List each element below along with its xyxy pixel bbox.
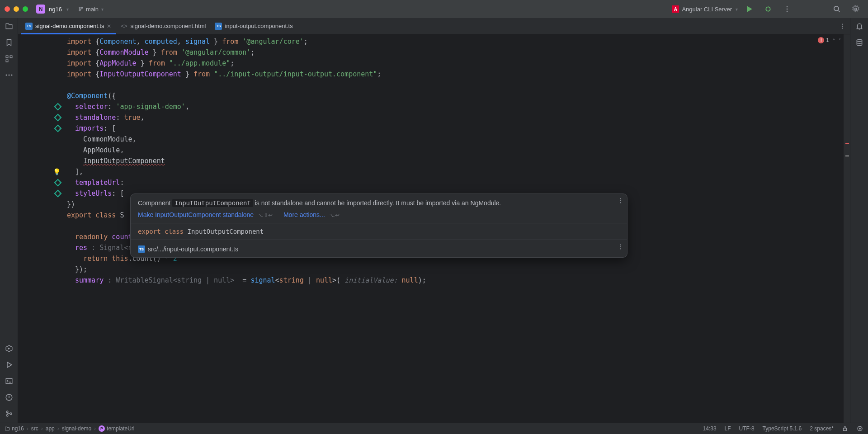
html-file-icon: <>	[120, 23, 127, 30]
database-tool-icon[interactable]	[855, 38, 864, 47]
project-tool-icon[interactable]	[5, 22, 14, 31]
right-tool-rail	[850, 18, 868, 423]
structure-tool-icon[interactable]	[5, 54, 14, 63]
breadcrumb-item[interactable]: P templateUrl	[99, 425, 134, 432]
more-tool-icon[interactable]	[5, 71, 14, 80]
declaration-preview: export class InputOutputComponent	[138, 228, 620, 235]
breadcrumb-item[interactable]: signal-demo	[62, 425, 91, 432]
debug-button[interactable]	[763, 4, 773, 14]
property-icon: P	[99, 425, 105, 432]
run-tool-icon[interactable]	[5, 360, 14, 369]
svg-point-9	[5, 75, 7, 76]
indent-setting[interactable]: 2 spaces*	[810, 425, 834, 432]
window-minimize-icon[interactable]	[14, 6, 19, 12]
more-actions-link[interactable]: More actions...	[283, 211, 325, 218]
inspection-eye-icon[interactable]	[856, 426, 863, 431]
svg-point-22	[620, 200, 621, 201]
svg-point-27	[857, 39, 862, 42]
popup-file-section[interactable]: TS src/.../input-output.component.ts	[131, 240, 627, 257]
popup-code-token: InputOutputComponent	[172, 199, 253, 207]
intention-popup: Component InputOutputComponent is not st…	[130, 193, 627, 258]
vcs-tool-icon[interactable]	[5, 409, 14, 418]
chevron-down-icon: ▾	[736, 7, 738, 12]
tab-signal-demo-html[interactable]: <> signal-demo.component.html	[116, 18, 210, 34]
breadcrumb-sep: ›	[94, 425, 96, 432]
breadcrumb-item[interactable]: src	[31, 425, 38, 432]
project-badge[interactable]: N	[36, 5, 45, 14]
bookmarks-tool-icon[interactable]	[5, 38, 14, 47]
more-actions-button[interactable]	[782, 4, 792, 14]
breadcrumb-sep: ›	[41, 425, 43, 432]
svg-point-1	[787, 6, 788, 8]
window-close-icon[interactable]	[5, 6, 10, 12]
editor-tabs: TS signal-demo.component.ts ✕ <> signal-…	[18, 18, 850, 34]
terminal-tool-icon[interactable]	[5, 377, 14, 386]
left-tool-rail	[0, 18, 18, 423]
svg-point-3	[787, 11, 788, 12]
ts-file-icon: TS	[215, 23, 222, 30]
svg-point-21	[620, 198, 621, 199]
tab-label: signal-demo.component.html	[130, 23, 206, 29]
overview-ruler[interactable]	[844, 34, 850, 423]
chevron-down-icon[interactable]: ▾	[66, 7, 69, 12]
editor-area: TS signal-demo.component.ts ✕ <> signal-…	[18, 18, 850, 423]
breadcrumb-sep: ›	[27, 425, 28, 432]
readonly-lock-icon[interactable]	[842, 425, 848, 432]
popup-message-section: Component InputOutputComponent is not st…	[131, 194, 627, 223]
error-marker[interactable]	[845, 143, 849, 144]
notifications-tool-icon[interactable]	[855, 22, 864, 31]
popup-text: Component	[138, 199, 172, 207]
services-tool-icon[interactable]	[5, 344, 14, 353]
editor-gutter[interactable]: 💡	[18, 34, 63, 423]
status-bar: ng16 › src › app › signal-demo › P templ…	[0, 423, 868, 434]
tabs-more-icon[interactable]	[839, 23, 845, 29]
caret-position[interactable]: 14:33	[703, 425, 717, 432]
angular-icon: A	[672, 5, 679, 13]
svg-point-4	[834, 6, 839, 11]
run-config-selector[interactable]: A Angular CLI Server ▾	[672, 5, 738, 13]
editor-body[interactable]: 💡 import {Component, computed, signal } …	[18, 34, 850, 423]
ts-file-icon: TS	[25, 23, 33, 30]
breadcrumb-item[interactable]: ng16	[5, 425, 24, 432]
error-prev-icon[interactable]: ˄	[833, 38, 835, 43]
tab-label: input-output.component.ts	[225, 23, 292, 29]
change-marker[interactable]	[845, 156, 849, 156]
run-config-label: Angular CLI Server	[682, 6, 732, 13]
window-zoom-icon[interactable]	[23, 6, 28, 12]
popup-more-icon[interactable]	[617, 244, 623, 250]
project-name[interactable]: ng16	[49, 6, 62, 13]
svg-point-23	[620, 202, 621, 203]
line-separator[interactable]: LF	[725, 425, 731, 432]
branch-name: main	[86, 6, 99, 13]
breadcrumb-item[interactable]: app	[46, 425, 55, 432]
settings-button[interactable]	[851, 4, 861, 14]
svg-rect-7	[10, 56, 12, 58]
shortcut-hint: ⌥⇧↩	[257, 212, 273, 218]
svg-point-25	[620, 246, 621, 247]
vcs-branch[interactable]: main ▾	[78, 6, 104, 13]
error-next-icon[interactable]: ˅	[839, 38, 841, 43]
svg-point-5	[855, 8, 857, 10]
popup-more-icon[interactable]	[617, 198, 623, 204]
svg-point-2	[787, 9, 788, 10]
search-button[interactable]	[832, 4, 842, 14]
chevron-down-icon: ▾	[101, 7, 104, 12]
svg-point-17	[10, 413, 12, 415]
run-button[interactable]	[744, 4, 754, 14]
svg-rect-28	[844, 428, 847, 430]
tab-signal-demo-ts[interactable]: TS signal-demo.component.ts ✕	[21, 18, 116, 34]
titlebar: N ng16 ▾ main ▾ A Angular CLI Server ▾	[0, 0, 868, 18]
problems-tool-icon[interactable]	[5, 393, 14, 402]
svg-point-26	[620, 248, 621, 249]
tab-input-output-ts[interactable]: TS input-output.component.ts	[210, 18, 297, 34]
file-path: src/.../input-output.component.ts	[148, 245, 238, 253]
svg-point-10	[8, 75, 9, 76]
svg-point-24	[620, 245, 621, 245]
close-icon[interactable]: ✕	[107, 23, 111, 29]
popup-text: is not standalone and cannot be imported…	[253, 199, 501, 207]
quickfix-link[interactable]: Make InputOutputComponent standalone	[138, 211, 254, 218]
svg-point-15	[6, 411, 8, 413]
language-version[interactable]: TypeScript 5.1.6	[763, 425, 802, 432]
error-indicator-icon[interactable]: !	[818, 37, 824, 43]
file-encoding[interactable]: UTF-8	[739, 425, 755, 432]
